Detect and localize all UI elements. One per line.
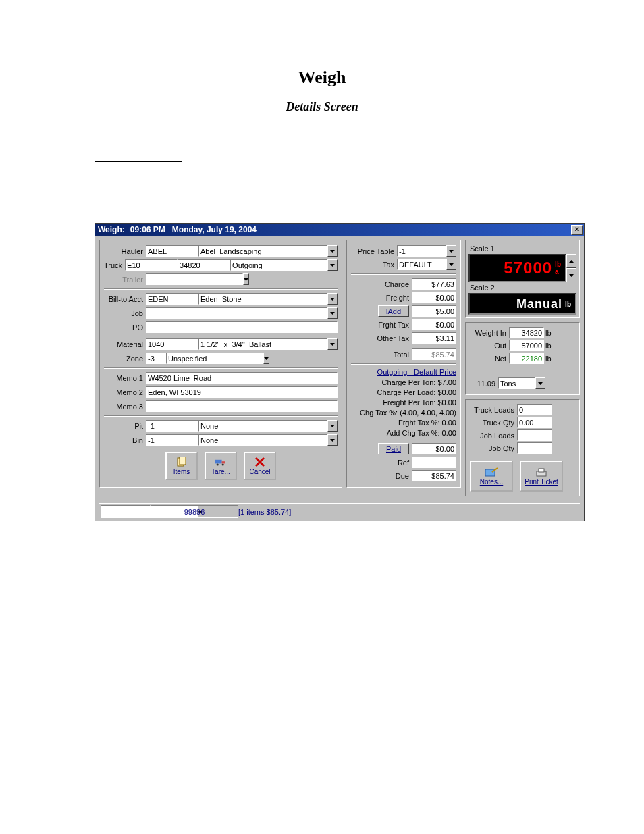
addl-value[interactable] xyxy=(412,305,456,317)
trailer-dropdown[interactable] xyxy=(243,273,249,285)
svg-point-15 xyxy=(222,463,224,465)
printer-icon xyxy=(535,467,548,478)
status-combo[interactable] xyxy=(101,505,151,518)
paid-value[interactable] xyxy=(412,443,456,454)
notes-button[interactable]: Notes... xyxy=(470,461,513,492)
truck-code-input[interactable] xyxy=(125,259,178,271)
scale-spin-down[interactable] xyxy=(566,268,576,282)
bin-dropdown[interactable] xyxy=(327,434,338,446)
tax-dropdown[interactable] xyxy=(446,259,456,270)
truck-icon xyxy=(215,457,226,467)
job-dropdown[interactable] xyxy=(327,307,338,319)
billto-name-input[interactable] xyxy=(198,293,327,305)
truckqty-value[interactable] xyxy=(517,417,552,428)
hauler-name-input[interactable] xyxy=(198,245,327,257)
weightout-value[interactable] xyxy=(509,340,544,351)
zone-code-input[interactable] xyxy=(146,353,166,364)
ref-value[interactable] xyxy=(412,457,456,468)
hauler-label: Hauler xyxy=(104,247,143,255)
svg-marker-0 xyxy=(330,250,335,253)
pit-dropdown[interactable] xyxy=(327,420,338,432)
truck-label: Truck xyxy=(104,261,122,269)
tons-unit-dropdown[interactable] xyxy=(535,377,545,389)
truck-dir-input[interactable] xyxy=(230,259,327,271)
material-code-input[interactable] xyxy=(146,338,198,350)
svg-marker-6 xyxy=(330,343,335,346)
jobqty-value[interactable] xyxy=(517,442,552,454)
zone-name-input[interactable] xyxy=(166,353,263,364)
frghttax-label: Frght Tax xyxy=(351,321,409,329)
memo3-input[interactable] xyxy=(146,400,338,412)
zone-dropdown[interactable] xyxy=(263,353,269,364)
memo1-input[interactable] xyxy=(146,372,338,384)
due-label: Due xyxy=(351,472,409,480)
charge-per-load: Charge Per Load: $0.00 xyxy=(351,388,456,398)
billto-dropdown[interactable] xyxy=(327,293,338,305)
charge-value[interactable] xyxy=(412,278,456,290)
svg-rect-12 xyxy=(215,460,222,464)
material-dropdown[interactable] xyxy=(327,338,338,350)
title-caption: Weigh: xyxy=(98,225,125,234)
weigh-window: Weigh: 09:06 PM Monday, July 19, 2004 × … xyxy=(95,223,585,521)
frght-tax-pct: Frght Tax %: 0.00 xyxy=(351,418,456,428)
scale1-unit-a: a xyxy=(555,268,561,276)
jobloads-label: Job Loads xyxy=(470,432,514,440)
title-date: Monday, July 19, 2004 xyxy=(172,225,257,234)
memo2-input[interactable] xyxy=(146,386,338,398)
items-button-label: Items xyxy=(173,468,190,475)
trailer-input[interactable] xyxy=(146,273,243,285)
truckloads-value[interactable] xyxy=(517,404,552,415)
close-button[interactable]: × xyxy=(571,225,583,235)
hr-bottom xyxy=(95,542,182,542)
frghttax-value[interactable] xyxy=(412,319,456,330)
weightnet-unit: lb xyxy=(545,355,552,363)
po-input[interactable] xyxy=(146,321,338,333)
doc-subtitle: Details Screen xyxy=(95,100,549,114)
pricetable-input[interactable] xyxy=(397,245,446,257)
memo1-label: Memo 1 xyxy=(104,374,143,382)
tare-button[interactable]: Tare... xyxy=(205,452,237,480)
jobqty-label: Job Qty xyxy=(470,444,514,452)
printticket-button-label: Print Ticket xyxy=(525,478,558,486)
svg-marker-19 xyxy=(449,263,454,266)
othertax-label: Other Tax xyxy=(351,334,409,342)
svg-marker-7 xyxy=(264,357,269,360)
tax-input[interactable] xyxy=(397,259,446,270)
pricing-header-link[interactable]: Outgoing - Default Price xyxy=(351,367,456,377)
bin-name-input[interactable] xyxy=(198,434,327,446)
weightin-label: Weight In xyxy=(470,329,506,337)
paid-button[interactable]: Paid xyxy=(378,443,409,454)
pricetable-dropdown[interactable] xyxy=(446,245,456,257)
items-button[interactable]: Items xyxy=(165,452,198,480)
tons-unit-input[interactable] xyxy=(498,377,535,389)
total-value xyxy=(412,348,456,360)
weightout-unit: lb xyxy=(545,342,552,350)
job-input[interactable] xyxy=(146,307,327,319)
scale2-label: Scale 2 xyxy=(470,284,576,292)
pit-code-input[interactable] xyxy=(146,420,198,432)
status-ticket-number: 99896 xyxy=(151,505,238,518)
weightin-value[interactable] xyxy=(509,327,544,338)
pricetable-label: Price Table xyxy=(351,247,394,255)
scale2-unit-lb: lb xyxy=(565,301,571,308)
svg-rect-13 xyxy=(222,461,225,463)
pit-name-input[interactable] xyxy=(198,420,327,432)
truckqty-label: Truck Qty xyxy=(470,419,514,427)
svg-marker-9 xyxy=(330,439,335,442)
printticket-button[interactable]: Print Ticket xyxy=(520,461,563,492)
hauler-code-input[interactable] xyxy=(146,245,198,257)
weightin-unit: lb xyxy=(545,329,552,337)
material-name-input[interactable] xyxy=(198,338,327,350)
scale1-label: Scale 1 xyxy=(470,244,576,253)
bin-code-input[interactable] xyxy=(146,434,198,446)
po-label: PO xyxy=(104,323,143,332)
scale-spin-up[interactable] xyxy=(566,254,576,268)
jobloads-value[interactable] xyxy=(517,429,552,441)
billto-code-input[interactable] xyxy=(146,293,198,305)
hauler-dropdown[interactable] xyxy=(327,245,338,257)
cancel-button[interactable]: Cancel xyxy=(244,452,276,480)
freight-value[interactable] xyxy=(412,292,456,303)
addl-button[interactable]: lAdd xyxy=(378,305,409,317)
truck-dir-dropdown[interactable] xyxy=(327,259,338,271)
othertax-value[interactable] xyxy=(412,332,456,344)
